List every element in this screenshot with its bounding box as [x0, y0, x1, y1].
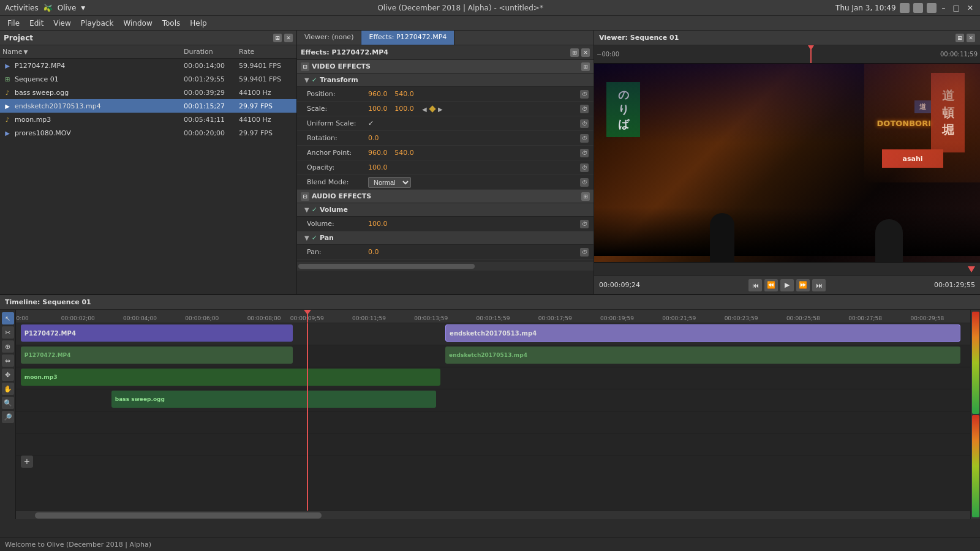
file-row[interactable]: ▶ P1270472.MP4 00:00:14;00 59.9401 FPS — [0, 59, 296, 72]
viewer-bottom-ruler — [594, 262, 980, 276]
file-row[interactable]: ⊞ Sequence 01 00:01:29;55 59.9401 FPS — [0, 72, 296, 86]
scale-prev-btn[interactable]: ◀ — [421, 106, 428, 112]
transform-expand-icon[interactable]: ▼ — [304, 77, 309, 83]
viewer-none-tab[interactable]: Viewer: (none) — [297, 31, 361, 45]
uniform-scale-value[interactable]: ✓ — [368, 119, 374, 127]
position-keyframe-btn[interactable]: ⏱ — [580, 90, 589, 99]
uniform-scale-keyframe-btn[interactable]: ⏱ — [580, 119, 589, 128]
viewer-mini-timeline: −00:00 00:00:11;59 — [594, 45, 980, 64]
volume-section-bar: ▼ ✓ Volume — [297, 203, 594, 217]
pan-value[interactable]: 0.0 — [368, 248, 379, 256]
project-icon1[interactable]: ⊞ — [273, 34, 282, 42]
blend-mode-select[interactable]: Normal Multiply Screen Overlay — [368, 177, 411, 188]
file-row[interactable]: ♪ moon.mp3 00:05:41;11 44100 Hz — [0, 113, 296, 126]
app-name-label[interactable]: Olive — [58, 4, 77, 12]
effects-icon2[interactable]: ✕ — [581, 48, 590, 57]
scale-inputs: 100.0 100.0 ◀ ▶ — [368, 105, 443, 113]
viewer-icon1[interactable]: ⊞ — [956, 34, 964, 42]
file-name: moon.mp3 — [15, 116, 184, 124]
project-panel: Project ⊞ ✕ Name ▼ Duration Rate ▶ P1270… — [0, 31, 297, 294]
project-header-icons: ⊞ ✕ — [273, 34, 293, 42]
anchor-y[interactable]: 540.0 — [394, 149, 414, 157]
volume-value[interactable]: 100.0 — [368, 220, 388, 228]
slip-tool-btn[interactable]: ⇔ — [2, 354, 14, 367]
activities-label[interactable]: Activities — [5, 4, 39, 12]
position-y[interactable]: 540.0 — [394, 90, 414, 98]
anchor-x[interactable]: 960.0 — [368, 149, 388, 157]
timeline-scrollbar[interactable] — [16, 511, 970, 519]
play-btn[interactable]: ▶ — [780, 279, 794, 291]
opacity-inputs: 100.0 — [368, 163, 388, 171]
add-track-btn[interactable]: + — [21, 455, 33, 468]
tick-10: 00:00:19;59 — [600, 315, 634, 321]
viewer-icon2[interactable]: ✕ — [967, 34, 975, 42]
transform-section-bar: ▼ ✓ Transform — [297, 73, 594, 87]
rotation-keyframe-btn[interactable]: ⏱ — [580, 134, 589, 143]
viewer-title: Viewer: Sequence 01 — [599, 34, 679, 42]
menu-edit[interactable]: Edit — [24, 18, 48, 29]
project-icon2[interactable]: ✕ — [284, 34, 293, 42]
scale-keyframe-btn[interactable]: ⏱ — [580, 105, 589, 113]
minimize-btn[interactable]: – — [940, 4, 948, 12]
menu-help[interactable]: Help — [185, 18, 211, 29]
anchor-keyframe-btn[interactable]: ⏱ — [580, 149, 589, 157]
scale-y[interactable]: 100.0 — [394, 105, 414, 113]
tick-5: 00:00:09;59 — [290, 315, 324, 321]
person2 — [875, 219, 903, 262]
audio-effects-icon[interactable]: ⊟ — [301, 192, 309, 201]
file-row[interactable]: ♪ bass sweep.ogg 00:00:39;29 44100 Hz — [0, 86, 296, 99]
skip-end-btn[interactable]: ⏭ — [812, 279, 826, 291]
pan-section-bar: ▼ ✓ Pan — [297, 231, 594, 245]
track-row-video2: P1270472.MP4 endsketch20170513.mp4 — [16, 345, 970, 367]
move-tool-btn[interactable]: ✥ — [2, 369, 14, 381]
file-duration: 00:00:39;29 — [184, 89, 239, 97]
clip-endsketch-v1[interactable]: endsketch20170513.mp4 — [445, 324, 960, 342]
file-row[interactable]: ▶ prores1080.MOV 00:00:20;00 29.97 FPS — [0, 126, 296, 140]
app-dropdown-icon[interactable]: ▼ — [81, 5, 85, 11]
effects-tab-active[interactable]: Effects: P1270472.MP4 — [361, 31, 454, 45]
scale-next-btn[interactable]: ▶ — [437, 106, 443, 112]
blend-mode-keyframe-btn[interactable]: ⏱ — [580, 178, 589, 187]
clip-p1270472-audio[interactable]: P1270472.MP4 — [21, 347, 293, 364]
cut-tool-btn[interactable]: ✂ — [2, 326, 14, 339]
effects-scrollbar[interactable] — [297, 262, 594, 271]
menu-view[interactable]: View — [48, 18, 75, 29]
next-frame-btn[interactable]: ⏩ — [796, 279, 810, 291]
pan-keyframe-btn[interactable]: ⏱ — [580, 248, 589, 257]
zoom-in-btn[interactable]: 🔍 — [2, 397, 14, 409]
position-row: Position: 960.0 540.0 ⏱ — [297, 87, 594, 102]
menu-playback[interactable]: Playback — [76, 18, 119, 29]
clip-moon[interactable]: moon.mp3 — [21, 369, 441, 386]
close-btn[interactable]: ✕ — [965, 4, 975, 12]
effects-icon1[interactable]: ⊞ — [570, 48, 579, 57]
video-effects-icon[interactable]: ⊟ — [301, 62, 309, 71]
tick-11: 00:00:21;59 — [662, 315, 696, 321]
position-x[interactable]: 960.0 — [368, 90, 388, 98]
volume-expand-icon[interactable]: ▼ — [304, 206, 309, 213]
volume-keyframe-btn[interactable]: ⏱ — [580, 220, 589, 228]
clip-p1270472-v1[interactable]: P1270472.MP4 — [21, 324, 293, 342]
video-effects-left: ⊟ VIDEO EFFECTS — [301, 62, 371, 71]
track-row-moon: moon.mp3 — [16, 367, 970, 389]
prev-frame-btn[interactable]: ⏪ — [764, 279, 778, 291]
zoom-out-btn[interactable]: 🔎 — [2, 411, 14, 423]
rotation-value[interactable]: 0.0 — [368, 134, 379, 142]
video-effects-expand[interactable]: ⊞ — [581, 62, 590, 71]
opacity-value[interactable]: 100.0 — [368, 163, 388, 171]
clip-bass-sweep[interactable]: bass sweep.ogg — [111, 391, 436, 408]
file-row-selected[interactable]: ▶ endsketch20170513.mp4 00:01:15;27 29.9… — [0, 99, 296, 113]
opacity-keyframe-btn[interactable]: ⏱ — [580, 163, 589, 172]
maximize-btn[interactable]: □ — [951, 4, 962, 12]
menu-tools[interactable]: Tools — [157, 18, 186, 29]
clip-endsketch-audio[interactable]: endsketch20170513.mp4 — [445, 347, 960, 364]
menu-file[interactable]: File — [2, 18, 24, 29]
hand-tool-btn[interactable]: ✋ — [2, 383, 14, 395]
scale-x[interactable]: 100.0 — [368, 105, 388, 113]
audio-effects-expand[interactable]: ⊞ — [581, 192, 590, 201]
skip-start-btn[interactable]: ⏮ — [748, 279, 762, 291]
ripple-tool-btn[interactable]: ⊕ — [2, 340, 14, 353]
menu-window[interactable]: Window — [118, 18, 157, 29]
cursor-tool-btn[interactable]: ↖ — [2, 312, 14, 324]
blend-mode-inputs: Normal Multiply Screen Overlay — [368, 177, 411, 188]
pan-expand-icon[interactable]: ▼ — [304, 234, 309, 241]
